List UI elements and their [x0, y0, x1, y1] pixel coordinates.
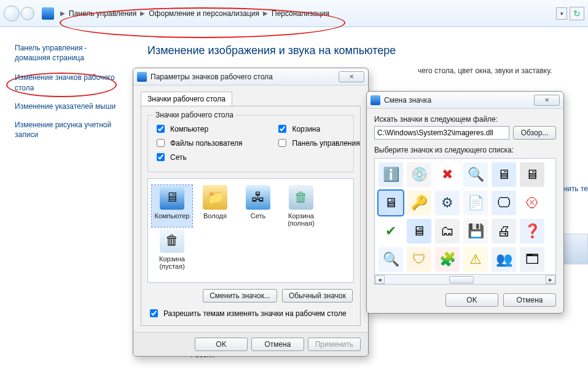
folder-icon: 📁 — [203, 185, 227, 210]
desktop-icons-groupbox: Значки рабочего стола Компьютер Файлы по… — [147, 115, 354, 172]
icon-option[interactable]: ⮾ — [520, 191, 544, 215]
icon-option[interactable]: 🔍 — [463, 162, 488, 187]
icon-label: Компьютер — [155, 212, 190, 220]
icon-label: Корзина (полная) — [288, 212, 315, 227]
icon-option[interactable]: 🗂 — [435, 219, 460, 243]
checkbox-computer[interactable]: Компьютер — [154, 123, 242, 135]
ok-button[interactable]: OK — [195, 338, 248, 351]
icon-option[interactable]: 🖥 — [378, 191, 403, 215]
icon-option[interactable]: ❓ — [520, 219, 544, 243]
change-icon-button[interactable]: Сменить значок... — [203, 289, 277, 303]
ok-button[interactable]: OK — [445, 293, 498, 307]
checkbox-control-panel[interactable]: Панель управления — [276, 137, 359, 149]
scroll-track[interactable] — [385, 275, 546, 284]
scroll-left-button[interactable]: ◄ — [375, 275, 385, 284]
change-icon-dialog: Смена значка ✕ Искать значки в следующем… — [366, 91, 564, 314]
address-dropdown-button[interactable]: ▾ — [556, 7, 567, 20]
control-panel-icon — [42, 7, 54, 20]
network-icon: 🖧 — [246, 185, 270, 210]
preview-fragment — [563, 234, 588, 264]
breadcrumb-appearance[interactable]: Оформление и персонализация — [147, 8, 261, 19]
icon-option[interactable]: 🖥 — [520, 162, 544, 187]
icon-option[interactable]: ✔ — [378, 219, 403, 243]
checkbox-userfiles[interactable]: Файлы пользователя — [154, 137, 242, 149]
icon-option[interactable]: 🧩 — [435, 247, 460, 272]
chevron-right-icon: ▶ — [140, 10, 145, 17]
icon-option[interactable]: 💿 — [407, 162, 431, 187]
refresh-button[interactable]: ↻ — [570, 7, 584, 20]
restore-default-button[interactable]: Обычный значок — [282, 289, 353, 303]
breadcrumb-control-panel[interactable]: Панель управления — [68, 8, 138, 19]
text: Панель управления - — [15, 44, 87, 52]
icon-option[interactable]: 💾 — [463, 219, 488, 243]
icon-item-recycle-empty[interactable]: 🗑 Корзина (пустая) — [152, 228, 192, 270]
control-panel-home-link[interactable]: Панель управления - домашняя страница — [15, 43, 125, 63]
checkbox-label: Файлы пользователя — [170, 139, 242, 148]
icon-item-computer[interactable]: 🖥 Компьютер — [152, 185, 192, 227]
icon-option[interactable]: 👥 — [492, 247, 516, 272]
icon-picker-list[interactable]: ℹ️💿✖🔍🖥🖥🖥🔑⚙📄🖵⮾✔🖥🗂💾🖨❓🔍🛡🧩⚠👥🗔📘🗔🗑📁 — [374, 158, 556, 275]
icon-option[interactable]: 🖨 — [492, 219, 516, 243]
icon-option[interactable]: 🔍 — [378, 247, 403, 272]
icon-option[interactable]: 🖥 — [492, 162, 516, 187]
cancel-button[interactable]: Отмена — [503, 293, 556, 307]
tab-desktop-icons[interactable]: Значки рабочего стола — [141, 92, 232, 106]
allow-themes-checkbox[interactable] — [150, 309, 158, 317]
nav-back-button[interactable] — [4, 6, 20, 22]
icon-item-userfiles[interactable]: 📁 Володя — [195, 185, 235, 227]
checkbox-label: Сеть — [170, 153, 187, 162]
checkbox-network[interactable]: Сеть — [154, 151, 242, 163]
icon-option[interactable]: ✖ — [435, 162, 460, 187]
checkbox-label: Корзина — [292, 125, 320, 133]
allow-themes-label: Разрешить темам изменять значки на рабоч… — [163, 309, 347, 318]
checkbox-input[interactable] — [157, 153, 165, 161]
breadcrumb-personalization[interactable]: Персонализация — [270, 8, 331, 19]
icon-option[interactable]: 🗔 — [520, 247, 544, 272]
change-desktop-icons-link[interactable]: Изменение значков рабочего стола — [15, 73, 125, 92]
icon-preview-list[interactable]: 🖥 Компьютер 📁 Володя 🖧 Сеть 🗑 Корзина (п… — [147, 178, 354, 283]
icon-file-path-input[interactable] — [374, 126, 509, 140]
icon-option[interactable]: 🛡 — [407, 247, 431, 272]
change-mouse-pointers-link[interactable]: Изменение указателей мыши — [15, 101, 125, 111]
pick-icon-label: Выберите значок из следующего списка: — [374, 146, 556, 154]
checkbox-input[interactable] — [157, 139, 165, 147]
computer-icon: 🖥 — [160, 185, 184, 210]
dialog-icon — [370, 95, 380, 105]
truncated-link[interactable]: нить те — [563, 184, 588, 193]
checkbox-input[interactable] — [278, 139, 286, 147]
checkbox-input[interactable] — [278, 125, 286, 133]
dialog-titlebar[interactable]: Параметры значков рабочего стола ✕ — [133, 68, 368, 85]
cancel-button[interactable]: Отмена — [251, 338, 304, 351]
scroll-right-button[interactable]: ► — [546, 275, 555, 284]
text: чего стола, цвет окна, звуки и заставку. — [418, 66, 552, 75]
apply-button[interactable]: Применить — [308, 338, 361, 351]
icon-option[interactable]: 🖵 — [492, 191, 516, 215]
close-button[interactable]: ✕ — [534, 95, 560, 106]
text: домашняя страница — [15, 53, 84, 62]
change-account-picture-link[interactable]: Изменение рисунка учетной записи — [15, 120, 125, 140]
close-button[interactable]: ✕ — [339, 71, 364, 82]
icon-option[interactable]: ⚙ — [435, 191, 460, 215]
dialog-title: Смена значка — [384, 96, 431, 105]
icon-option[interactable]: ⚠ — [463, 247, 488, 272]
horizontal-scrollbar[interactable]: ◄ ► — [374, 275, 556, 285]
icon-item-network[interactable]: 🖧 Сеть — [238, 185, 278, 227]
icon-label: Корзина (пустая) — [159, 255, 185, 270]
tabstrip: Значки рабочего стола — [141, 92, 361, 106]
scroll-thumb[interactable] — [449, 276, 474, 283]
checkbox-input[interactable] — [157, 125, 165, 133]
explorer-address-bar: ▶ Панель управления ▶ Оформление и персо… — [0, 0, 588, 27]
icon-option[interactable]: 📄 — [463, 191, 488, 215]
nav-forward-button[interactable] — [21, 7, 34, 20]
icon-option[interactable]: 🔑 — [407, 191, 431, 215]
page-title: Изменение изображения и звука на компьют… — [147, 44, 576, 57]
chevron-right-icon: ▶ — [60, 10, 65, 17]
icon-option[interactable]: ℹ️ — [378, 162, 403, 187]
icon-item-recycle-full[interactable]: 🗑 Корзина (полная) — [281, 185, 321, 227]
browse-button[interactable]: Обзор... — [513, 126, 556, 140]
checkbox-label: Панель управления — [292, 139, 359, 148]
chevron-right-icon: ▶ — [263, 10, 268, 17]
icon-option[interactable]: 🖥 — [407, 219, 431, 243]
checkbox-recycle-bin[interactable]: Корзина — [276, 123, 359, 135]
dialog-titlebar[interactable]: Смена значка ✕ — [367, 92, 563, 109]
